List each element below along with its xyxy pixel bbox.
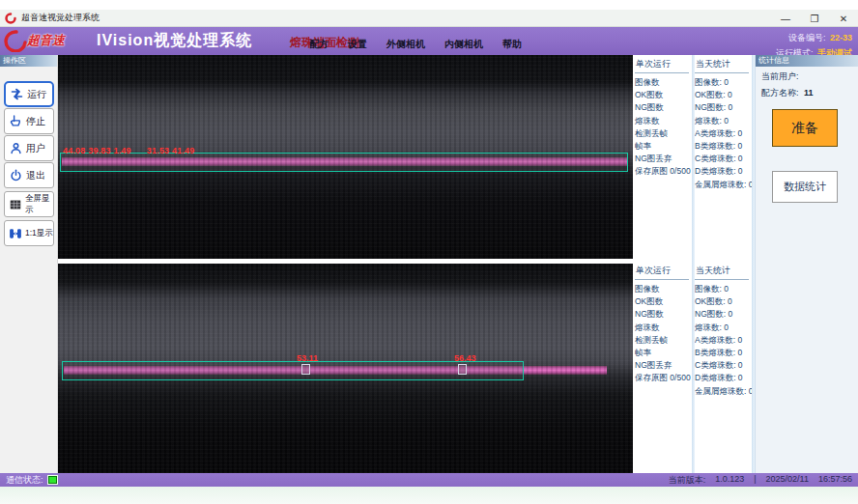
restore-button[interactable]: ❐: [800, 10, 829, 27]
desktop-margin-top: [0, 0, 858, 10]
measurement-annotations: 44.08 39.83 1.4931.53 41.49: [63, 146, 211, 155]
menu-item[interactable]: 配方: [307, 36, 330, 53]
stat-row: 保存原图 0/500: [635, 372, 691, 384]
stat-row: 帧率: [635, 140, 691, 153]
status-date: 2025/02/11: [766, 474, 809, 487]
fullscreen-button[interactable]: 全屏显示: [4, 191, 54, 217]
menu-item[interactable]: 帮助: [500, 36, 524, 53]
minimize-button[interactable]: —: [771, 10, 800, 27]
stat-row: A类熔珠数: 0: [695, 127, 751, 140]
exit-button[interactable]: 退出: [4, 162, 54, 188]
os-titlebar: 超音速视觉处理系统 — ❐ ✕: [0, 10, 858, 27]
stat-row: B类熔珠数: 0: [695, 140, 751, 153]
version-value: 1.0.123: [715, 474, 744, 487]
fullscreen-grid-icon: [9, 198, 22, 211]
single-run-title: 单次运行: [635, 55, 689, 73]
measurement-annotations: 53.1156.43: [58, 353, 633, 363]
stat-row: NG图数: 0: [695, 101, 751, 114]
run-label: 运行: [27, 88, 46, 101]
stat-row: NG图丢弃: [635, 359, 691, 372]
window-title: 超音速视觉处理系统: [21, 12, 100, 24]
stat-row: 图像数: [635, 76, 691, 89]
desktop-margin-bottom: [0, 487, 858, 504]
defect-marker: [301, 364, 310, 375]
data-statistics-button[interactable]: 数据统计: [772, 171, 838, 203]
prepare-button[interactable]: 准备: [772, 109, 838, 147]
single-run-panel: 单次运行 图像数OK图数NG图数熔珠数检测丢帧帧率NG图丢弃保存原图 0/500: [635, 55, 691, 179]
stop-hand-icon: [9, 114, 23, 128]
stat-row: 熔珠数: 0: [695, 322, 751, 334]
app-icon: [5, 13, 16, 24]
stat-row: 熔珠数: [635, 322, 691, 334]
brand-swoosh-icon: [4, 29, 27, 52]
current-user-label: 当前用户:: [761, 71, 799, 81]
stat-row: C类熔珠数: 0: [695, 153, 751, 165]
stop-button[interactable]: 停止: [4, 108, 54, 134]
page-title: IVision视觉处理系统: [97, 31, 252, 51]
single-run-title: 单次运行: [635, 262, 689, 280]
brand-name: 超音速: [27, 32, 65, 49]
stat-row: OK图数: [635, 89, 691, 101]
one-to-one-icon: [9, 227, 22, 240]
today-stats-title: 当天统计: [695, 55, 749, 73]
stat-row: A类熔珠数: 0: [695, 334, 751, 347]
menu-item[interactable]: 外侧相机: [385, 36, 427, 53]
user-icon: [9, 141, 23, 155]
panel-separator: [692, 55, 695, 473]
defect-marker: [458, 364, 467, 375]
measurement-value: 44.08 39.83 1.49: [63, 146, 131, 155]
operation-sidebar: 操作区 运行 停止 用户: [0, 55, 58, 473]
recipe-name-value: 11: [804, 88, 814, 98]
one-to-one-label: 1:1显示: [25, 228, 53, 239]
run-button[interactable]: 运行: [4, 81, 54, 107]
stat-row: OK图数: 0: [695, 89, 751, 101]
stat-row: 熔珠数: 0: [695, 115, 751, 127]
detection-roi-rect: [60, 153, 628, 172]
stat-row: 金属屑熔珠数: 0: [695, 179, 751, 191]
single-run-panel: 单次运行 图像数OK图数NG图数熔珠数检测丢帧帧率NG图丢弃保存原图 0/500: [635, 262, 691, 385]
stop-label: 停止: [26, 115, 45, 128]
menu-bar: 配方设置外侧相机内侧相机帮助: [307, 36, 524, 53]
camera-viewport-top: 44.08 39.83 1.4931.53 41.49: [58, 55, 633, 259]
stat-row: C类熔珠数: 0: [695, 359, 751, 372]
menu-item[interactable]: 设置: [346, 36, 369, 53]
measurement-value: 31.53 41.49: [147, 146, 195, 155]
exit-label: 退出: [26, 169, 45, 182]
menu-item[interactable]: 内侧相机: [443, 36, 485, 53]
stat-row: NG图数: [635, 101, 691, 114]
app-header: 超音速 IVision视觉处理系统 熔珠端面检测 配方设置外侧相机内侧相机帮助 …: [0, 27, 858, 55]
stat-row: B类熔珠数: 0: [695, 347, 751, 359]
close-button[interactable]: ✕: [829, 10, 858, 27]
stat-row: NG图数: [635, 308, 691, 321]
stat-row: 图像数: 0: [695, 283, 751, 295]
fullscreen-label: 全屏显示: [25, 193, 53, 216]
stat-row: 检测丢帧: [635, 127, 691, 140]
stat-row: 保存原图 0/500: [635, 165, 691, 178]
detection-roi-rect: [62, 361, 524, 380]
today-stats-panel: 当天统计 图像数: 0OK图数: 0NG图数: 0熔珠数: 0A类熔珠数: 0B…: [695, 262, 751, 398]
today-stats-title: 当天统计: [695, 262, 749, 280]
screen: 超音速视觉处理系统 — ❐ ✕ 超音速 IVision视觉处理系统 熔珠端面检测…: [0, 0, 858, 504]
camera-viewport-bottom: 53.1156.43: [58, 264, 633, 473]
recipe-name-label: 配方名称:: [761, 88, 799, 98]
statistics-info-title: 统计信息: [756, 55, 858, 67]
stat-row: 图像数: 0: [695, 76, 751, 89]
user-button[interactable]: 用户: [4, 135, 54, 161]
version-label: 当前版本:: [669, 474, 706, 487]
one-to-one-button[interactable]: 1:1显示: [4, 220, 54, 246]
stat-row: OK图数: [635, 295, 691, 308]
main-area: 操作区 运行 停止 用户: [0, 55, 858, 473]
stat-row: NG图丢弃: [635, 153, 691, 165]
brand-logo: 超音速: [4, 29, 65, 52]
comm-status-label: 通信状态:: [6, 474, 43, 487]
user-label: 用户: [26, 142, 45, 155]
measurement-value: 53.11: [297, 353, 318, 363]
stat-row: 熔珠数: [635, 115, 691, 127]
version-info: 当前版本: 1.0.123 | 2025/02/11 16:57:56: [669, 474, 852, 487]
stat-row: 图像数: [635, 283, 691, 295]
statistics-info-panel: 统计信息 当前用户: 配方名称: 11 准备 数据统计: [755, 55, 858, 473]
run-cycle-icon: [10, 87, 24, 101]
stat-row: D类熔珠数: 0: [695, 372, 751, 384]
stat-row: D类熔珠数: 0: [695, 165, 751, 178]
window-controls: — ❐ ✕: [771, 10, 858, 27]
